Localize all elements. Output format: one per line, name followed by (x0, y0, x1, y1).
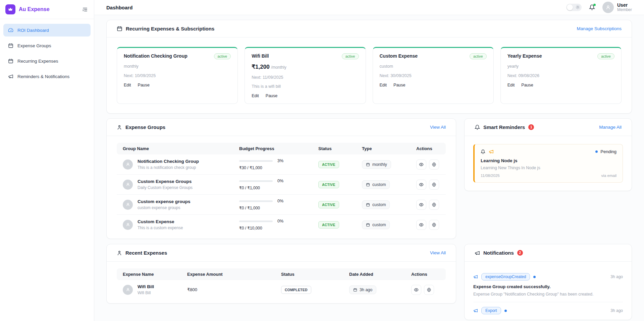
amount-label: ₹1,200 /monthly (252, 63, 359, 70)
sidebar-nav: ROI Dashboard Expense Groups Recurring E… (0, 19, 94, 87)
edit-button[interactable]: Edit (124, 83, 131, 87)
sidebar-item-recurring-expenses[interactable]: Recurring Expenses (3, 55, 91, 67)
reminders-count-badge: 1 (528, 124, 534, 130)
progress-percent: 0% (277, 179, 283, 183)
theme-toggle[interactable] (566, 4, 582, 11)
calendar-icon (366, 163, 370, 167)
progress-bar (239, 180, 273, 182)
gauge-icon (8, 27, 13, 33)
megaphone-icon (475, 250, 480, 256)
view-button[interactable] (416, 200, 426, 210)
status-badge: active (214, 53, 231, 59)
notification-title: Expense Group created successfully. (473, 284, 623, 289)
app-root: Au Expense ROI Dashboard Expense Groups (0, 0, 644, 321)
status-badge: COMPLETED (281, 286, 311, 294)
sidebar-item-label: Expense Groups (17, 43, 51, 48)
recent-expenses-panel: Recent Expenses View All Expense Name Ex… (106, 244, 456, 304)
edit-button[interactable]: Edit (252, 93, 259, 98)
edit-button[interactable]: Edit (380, 83, 387, 87)
column-header: Expense Name (117, 272, 187, 277)
user-icon (117, 250, 122, 256)
smart-reminders-header: Smart Reminders 1 Manage All (465, 119, 632, 136)
sidebar-collapse-button[interactable] (82, 7, 88, 12)
avatar (123, 285, 133, 295)
notifications-bell-button[interactable] (589, 4, 595, 10)
pause-button[interactable]: Pause (138, 83, 150, 87)
calendar-icon (8, 43, 13, 48)
app-name: Au Expense (19, 6, 82, 12)
user-menu[interactable]: User Member (602, 2, 632, 13)
recent-expenses-title: Recent Expenses (117, 250, 167, 256)
table-row: Custom Expense This is a custom expense … (117, 215, 446, 235)
column-header: Budget Progress (239, 146, 318, 151)
table-row: Custom expense groups custom expense gro… (117, 195, 446, 215)
sidebar-item-label: ROI Dashboard (17, 28, 49, 33)
progress-bar (239, 200, 273, 202)
expense-description: Wifi Bill (138, 291, 154, 295)
recurring-expenses-panel: Recurring Expenses & Subscriptions Manag… (106, 20, 632, 114)
expense-groups-view-all-link[interactable]: View All (430, 125, 446, 130)
recent-expenses-view-all-link[interactable]: View All (430, 250, 446, 255)
view-button[interactable] (416, 159, 426, 170)
settings-button[interactable] (429, 180, 439, 190)
recurring-card-title: Yearly Expense (507, 53, 542, 59)
settings-button[interactable] (429, 220, 439, 230)
pause-button[interactable]: Pause (521, 83, 533, 87)
next-date-label: Next: 11/09/2025 (252, 75, 359, 80)
crown-icon (8, 7, 13, 12)
expense-groups-panel: Expense Groups View All Group Name Budge… (106, 118, 456, 239)
reminder-description: Learning New Things In Node js (481, 166, 616, 170)
type-chip: monthly (362, 160, 391, 169)
column-header: Actions (411, 272, 446, 277)
group-description: This is a notification check group (138, 165, 199, 170)
sun-icon (576, 5, 580, 9)
frequency-label: monthly (124, 64, 231, 69)
settings-button[interactable] (429, 200, 439, 210)
recent-expenses-table: Expense Name Expense Amount Status Date … (107, 262, 456, 303)
settings-button[interactable] (424, 285, 434, 295)
reminder-item[interactable]: Pending Learning Node js Learning New Th… (473, 144, 623, 183)
settings-button[interactable] (429, 159, 439, 170)
view-button[interactable] (416, 220, 426, 230)
expense-groups-title: Expense Groups (117, 124, 165, 130)
sidebar-item-reminders-notifications[interactable]: Reminders & Notifications (3, 70, 91, 83)
smart-reminders-list: Pending Learning Node js Learning New Th… (465, 136, 632, 191)
edit-button[interactable]: Edit (507, 83, 515, 87)
pause-button[interactable]: Pause (266, 93, 277, 98)
unread-dot (504, 310, 507, 312)
table-header-row: Group Name Budget Progress Status Type A… (117, 143, 446, 154)
budget-amounts: ₹30 / ₹1,000 (239, 166, 318, 170)
column-header: Date Added (349, 272, 411, 277)
calendar-icon (353, 288, 357, 292)
view-button[interactable] (411, 285, 421, 295)
manage-all-link[interactable]: Manage All (599, 125, 622, 130)
progress-bar (239, 160, 273, 162)
recurring-panel-header: Recurring Expenses & Subscriptions Manag… (107, 20, 632, 38)
recurring-card-title: Custom Expense (380, 53, 418, 59)
budget-amounts: ₹0 / ₹10,000 (239, 226, 318, 231)
calendar-icon (366, 223, 370, 227)
progress-bar (239, 220, 273, 222)
avatar (123, 159, 133, 170)
group-name: Custom Expense Groups (138, 179, 193, 184)
budget-amounts: ₹0 / ₹1,000 (239, 206, 318, 210)
sidebar-item-expense-groups[interactable]: Expense Groups (3, 39, 91, 52)
notification-item[interactable]: Export 3h ago (473, 302, 623, 320)
calendar-icon (8, 58, 13, 64)
sidebar-item-roi-dashboard[interactable]: ROI Dashboard (3, 24, 91, 37)
notification-item[interactable]: expenseGroupCreated 3h ago Expense Group… (473, 268, 623, 302)
recurring-card-title: Notification Checking Group (124, 53, 187, 59)
status-badge: ACTIVE (318, 221, 339, 229)
notification-time: 3h ago (610, 308, 623, 313)
view-button[interactable] (416, 180, 426, 190)
bell-icon (481, 149, 485, 154)
gear-icon (432, 202, 436, 207)
manage-subscriptions-link[interactable]: Manage Subscriptions (577, 26, 622, 31)
megaphone-icon (8, 74, 13, 79)
group-name: Custom Expense (138, 219, 183, 224)
notifications-count-badge: 2 (517, 250, 523, 256)
group-name: Notification Checking Group (138, 159, 199, 164)
pause-button[interactable]: Pause (393, 83, 405, 87)
bell-icon (475, 125, 480, 130)
recurring-card-title: Wifi Bill (252, 53, 269, 59)
